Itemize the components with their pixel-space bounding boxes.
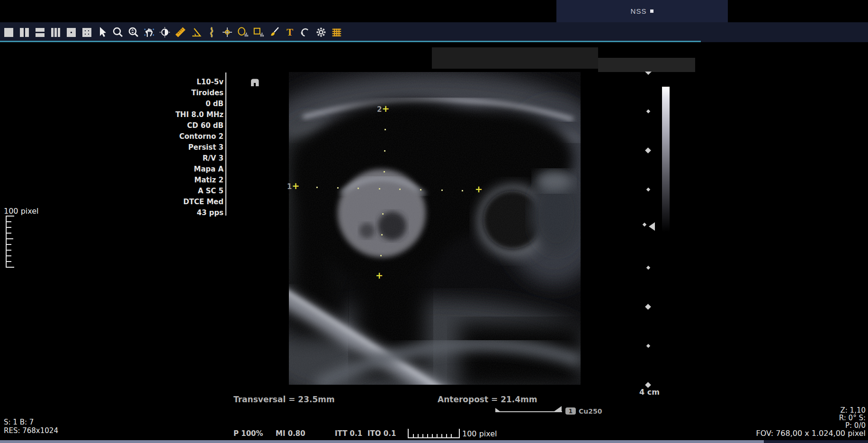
parameter-divider-line [225,72,226,216]
status-power: P 100% [233,429,263,438]
caliper-cross-icon: + [475,184,483,194]
rectangle-roi-icon [253,27,264,38]
nss-label: NSS [631,7,647,15]
header-panel-shade-2 [598,58,695,72]
stage-badge: 1 [565,407,576,415]
pointer-button[interactable] [97,26,108,38]
focus-diamond [643,223,646,226]
status-resolution: RES: 768x1024 [4,426,58,435]
pan-icon [143,27,155,38]
depth-tick [645,304,651,310]
caliper-1-end[interactable]: + [475,186,483,194]
status-mi: MI 0.80 [276,429,305,438]
param-dtce: DTCE Med [118,197,224,208]
layout-two-columns-button[interactable] [18,26,30,38]
layout-three-columns-button[interactable] [50,26,61,38]
angle-tool-button[interactable] [190,26,202,38]
status-ito: ITO 0.1 [367,429,396,438]
layout-grid-3x3-button[interactable] [81,26,92,38]
status-fov: FOV: 768,00 x 1.024,00 pixel [756,429,866,438]
ultrasound-image[interactable] [289,72,581,385]
nss-menu[interactable]: NSS [556,0,728,22]
status-series: S: 1 B: 7 [4,418,34,426]
spine-label-button[interactable] [206,26,217,38]
layout-two-columns-icon [20,28,29,37]
depth-tick [646,266,650,270]
settings-icon [315,27,327,38]
titlebar: NSS [0,0,868,22]
caliper-2-end[interactable]: + [376,272,383,280]
zoom-levels-button[interactable] [128,26,139,38]
layout-grid-2x2-button[interactable] [65,26,77,38]
brush-tool-button[interactable] [268,26,280,38]
spine-label-icon [206,27,217,38]
pan-button[interactable] [143,26,155,38]
param-preset: Tiroides [118,88,224,99]
pointer-icon [97,27,107,38]
ruler-icon [175,27,186,38]
zoom-levels-icon [128,27,139,38]
depth-tick [646,188,650,191]
measurement-transversal: Transversal = 23.5mm [233,395,335,404]
series-stack-icon [331,27,342,38]
crosshair-tool-button[interactable] [222,26,233,38]
transmit-label: Cu250 [579,407,602,415]
ellipse-roi-button[interactable] [237,26,249,38]
layout-grid-2x2-icon [67,28,76,37]
bottom-edge-strip-right [764,440,868,443]
measure-dot [384,171,385,172]
tgc-ramp-end-icon[interactable] [554,406,562,412]
measure-dot [399,189,401,190]
tgc-ramp-line[interactable] [495,411,562,412]
param-asc: A SC 5 [118,186,224,197]
rectangle-roi-button[interactable] [253,26,264,38]
param-fps: 43 pps [118,208,224,218]
layout-three-columns-icon [51,28,60,37]
focus-marker-icon[interactable] [649,222,655,231]
param-thi: THI 8.0 MHz [118,109,224,120]
layout-two-rows-button[interactable] [34,26,45,38]
depth-tick [646,109,650,113]
text-annotation-icon: T [284,27,295,38]
acquisition-parameters: L10-5v Tiroides 0 dB THI 8.0 MHz CD 60 d… [118,77,224,218]
window-level-button[interactable] [159,26,170,38]
grayscale-bar [662,87,670,232]
ultrasound-viewer-window: NSS [0,0,868,443]
measure-dot [462,190,463,191]
layout-grid-3x3-icon [82,28,91,37]
image-viewport[interactable]: L10-5v Tiroides 0 dB THI 8.0 MHz CD 60 d… [0,42,868,440]
undo-button[interactable] [300,26,311,38]
measure-dot [420,189,421,190]
angle-icon [190,27,202,38]
text-annotation-button[interactable]: T [284,26,295,38]
depth-scale-top-icon [645,72,652,75]
measure-dot [316,187,318,188]
ruler-tool-button[interactable] [175,26,186,38]
measure-dot [380,255,382,256]
measure-dot [382,213,384,215]
settings-button[interactable] [315,26,327,38]
param-rv: R/V 3 [118,153,224,164]
bottom-edge-strip [0,440,764,443]
crosshair-icon [222,27,233,38]
caliper-2-start[interactable]: 2+ [377,105,389,114]
zoom-icon [112,27,124,38]
layout-single-icon [4,28,13,37]
caliper-cross-icon: + [292,181,299,191]
depth-tick [645,147,651,154]
nss-menu-dot-icon [650,9,653,13]
series-stack-button[interactable] [331,26,342,38]
ellipse-roi-icon [237,27,249,38]
caliper-1-start[interactable]: 1+ [287,182,299,191]
probe-orientation-icon [250,78,260,87]
zoom-button[interactable] [112,26,124,38]
status-itt: ITT 0.1 [335,429,362,438]
svg-text:T: T [286,27,293,38]
param-gain: 0 dB [118,99,224,109]
layout-single-button[interactable] [3,26,14,38]
depth-tick [646,344,650,348]
bottom-ruler-label: 100 pixel [462,429,497,438]
measure-dot [337,187,339,189]
measure-dot [381,234,383,235]
measurement-anteropost: Anteropost = 21.4mm [438,395,537,404]
